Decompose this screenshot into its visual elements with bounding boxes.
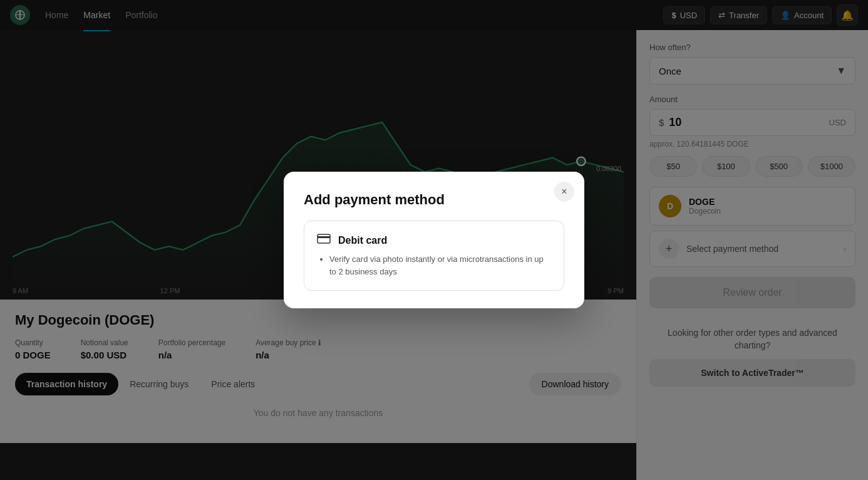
debit-card-option[interactable]: Debit card Verify card via photo instant…: [304, 221, 564, 291]
payment-option-bullets: Verify card via photo instantly or via m…: [317, 253, 551, 278]
modal-title: Add payment method: [304, 192, 564, 208]
bullet-1: Verify card via photo instantly or via m…: [329, 253, 551, 278]
debit-card-label: Debit card: [338, 235, 387, 246]
modal-close-button[interactable]: ×: [554, 182, 574, 202]
modal-overlay[interactable]: × Add payment method Debit card Verify c…: [0, 0, 868, 480]
payment-option-header: Debit card: [317, 234, 551, 247]
svg-rect-3: [318, 236, 330, 238]
svg-rect-2: [318, 234, 330, 243]
debit-card-icon: [317, 234, 331, 247]
add-payment-modal: × Add payment method Debit card Verify c…: [284, 172, 584, 308]
